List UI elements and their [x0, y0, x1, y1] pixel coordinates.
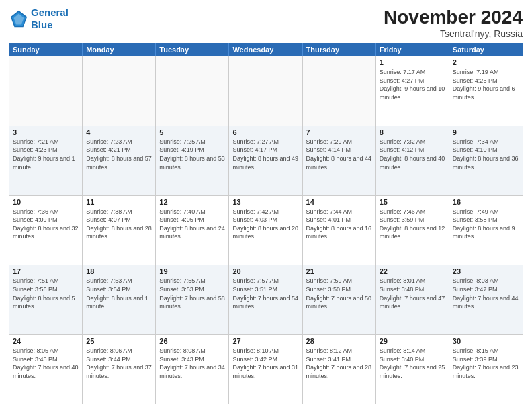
cal-cell-r3-c2: 19Sunrise: 7:55 AM Sunset: 3:53 PM Dayli… — [156, 265, 229, 334]
calendar-row-2: 10Sunrise: 7:36 AM Sunset: 4:09 PM Dayli… — [9, 196, 523, 266]
day-info: Sunrise: 7:32 AM Sunset: 4:12 PM Dayligh… — [380, 138, 445, 171]
day-number: 23 — [453, 267, 519, 275]
day-info: Sunrise: 7:46 AM Sunset: 3:59 PM Dayligh… — [380, 208, 445, 241]
logo-icon — [9, 9, 28, 28]
day-number: 17 — [13, 267, 79, 275]
header-sunday: Sunday — [9, 43, 83, 56]
cal-cell-r0-c2 — [156, 56, 229, 126]
day-info: Sunrise: 7:25 AM Sunset: 4:19 PM Dayligh… — [159, 138, 225, 171]
day-info: Sunrise: 7:21 AM Sunset: 4:23 PM Dayligh… — [13, 138, 79, 171]
day-number: 24 — [13, 337, 79, 345]
header: General Blue November 2024 Tsentral'nyy,… — [9, 7, 523, 39]
day-number: 5 — [159, 128, 225, 136]
cal-cell-r4-c1: 25Sunrise: 8:06 AM Sunset: 3:44 PM Dayli… — [83, 335, 156, 404]
cal-cell-r2-c6: 16Sunrise: 7:49 AM Sunset: 3:58 PM Dayli… — [449, 196, 523, 265]
cal-cell-r1-c1: 4Sunrise: 7:23 AM Sunset: 4:21 PM Daylig… — [83, 126, 156, 195]
cal-cell-r3-c3: 20Sunrise: 7:57 AM Sunset: 3:51 PM Dayli… — [229, 265, 302, 334]
day-info: Sunrise: 7:53 AM Sunset: 3:54 PM Dayligh… — [86, 277, 152, 310]
calendar-row-1: 3Sunrise: 7:21 AM Sunset: 4:23 PM Daylig… — [9, 126, 523, 196]
day-number: 11 — [86, 198, 152, 206]
page-subtitle: Tsentral'nyy, Russia — [384, 28, 523, 39]
cal-cell-r2-c3: 13Sunrise: 7:42 AM Sunset: 4:03 PM Dayli… — [229, 196, 302, 265]
cal-cell-r0-c5: 1Sunrise: 7:17 AM Sunset: 4:27 PM Daylig… — [376, 56, 449, 126]
cal-cell-r4-c5: 29Sunrise: 8:14 AM Sunset: 3:40 PM Dayli… — [376, 335, 449, 404]
day-number: 3 — [13, 128, 79, 136]
cal-cell-r1-c5: 8Sunrise: 7:32 AM Sunset: 4:12 PM Daylig… — [376, 126, 449, 195]
calendar-header: Sunday Monday Tuesday Wednesday Thursday… — [9, 43, 523, 56]
day-number: 4 — [86, 128, 152, 136]
day-info: Sunrise: 7:19 AM Sunset: 4:25 PM Dayligh… — [453, 68, 519, 101]
calendar-row-4: 24Sunrise: 8:05 AM Sunset: 3:45 PM Dayli… — [9, 335, 523, 404]
cal-cell-r1-c4: 7Sunrise: 7:29 AM Sunset: 4:14 PM Daylig… — [303, 126, 376, 195]
day-info: Sunrise: 8:03 AM Sunset: 3:47 PM Dayligh… — [453, 277, 519, 310]
day-number: 30 — [453, 337, 519, 345]
day-number: 2 — [453, 58, 519, 66]
day-number: 6 — [232, 128, 298, 136]
day-info: Sunrise: 7:17 AM Sunset: 4:27 PM Dayligh… — [380, 68, 445, 101]
page: General Blue November 2024 Tsentral'nyy,… — [0, 0, 532, 411]
cal-cell-r1-c2: 5Sunrise: 7:25 AM Sunset: 4:19 PM Daylig… — [156, 126, 229, 195]
cal-cell-r0-c1 — [83, 56, 156, 126]
cal-cell-r4-c6: 30Sunrise: 8:15 AM Sunset: 3:39 PM Dayli… — [449, 335, 523, 404]
header-thursday: Thursday — [303, 43, 376, 56]
day-number: 14 — [306, 198, 372, 206]
day-number: 9 — [453, 128, 519, 136]
calendar: Sunday Monday Tuesday Wednesday Thursday… — [9, 43, 523, 404]
cal-cell-r3-c1: 18Sunrise: 7:53 AM Sunset: 3:54 PM Dayli… — [83, 265, 156, 334]
cal-cell-r2-c2: 12Sunrise: 7:40 AM Sunset: 4:05 PM Dayli… — [156, 196, 229, 265]
day-number: 22 — [380, 267, 445, 275]
cal-cell-r0-c4 — [303, 56, 376, 126]
day-info: Sunrise: 8:14 AM Sunset: 3:40 PM Dayligh… — [380, 347, 445, 380]
calendar-row-3: 17Sunrise: 7:51 AM Sunset: 3:56 PM Dayli… — [9, 265, 523, 335]
day-info: Sunrise: 8:06 AM Sunset: 3:44 PM Dayligh… — [86, 347, 152, 380]
day-info: Sunrise: 7:29 AM Sunset: 4:14 PM Dayligh… — [306, 138, 372, 171]
cal-cell-r1-c6: 9Sunrise: 7:34 AM Sunset: 4:10 PM Daylig… — [449, 126, 523, 195]
cal-cell-r2-c5: 15Sunrise: 7:46 AM Sunset: 3:59 PM Dayli… — [376, 196, 449, 265]
day-number: 12 — [159, 198, 225, 206]
cal-cell-r4-c0: 24Sunrise: 8:05 AM Sunset: 3:45 PM Dayli… — [9, 335, 83, 404]
logo-line1: General — [31, 7, 69, 18]
day-number: 28 — [306, 337, 372, 345]
logo: General Blue — [9, 7, 69, 31]
day-info: Sunrise: 7:34 AM Sunset: 4:10 PM Dayligh… — [453, 138, 519, 171]
cal-cell-r1-c3: 6Sunrise: 7:27 AM Sunset: 4:17 PM Daylig… — [229, 126, 302, 195]
day-info: Sunrise: 8:15 AM Sunset: 3:39 PM Dayligh… — [453, 347, 519, 380]
logo-text: General Blue — [31, 7, 69, 31]
day-number: 15 — [380, 198, 445, 206]
day-info: Sunrise: 7:27 AM Sunset: 4:17 PM Dayligh… — [232, 138, 298, 171]
day-number: 19 — [159, 267, 225, 275]
day-info: Sunrise: 7:36 AM Sunset: 4:09 PM Dayligh… — [13, 208, 79, 241]
day-info: Sunrise: 7:23 AM Sunset: 4:21 PM Dayligh… — [86, 138, 152, 171]
day-info: Sunrise: 7:49 AM Sunset: 3:58 PM Dayligh… — [453, 208, 519, 241]
day-number: 16 — [453, 198, 519, 206]
day-number: 29 — [380, 337, 445, 345]
day-info: Sunrise: 7:42 AM Sunset: 4:03 PM Dayligh… — [232, 208, 298, 241]
day-number: 20 — [232, 267, 298, 275]
cal-cell-r0-c0 — [9, 56, 83, 126]
day-number: 7 — [306, 128, 372, 136]
cal-cell-r2-c4: 14Sunrise: 7:44 AM Sunset: 4:01 PM Dayli… — [303, 196, 376, 265]
day-number: 1 — [380, 58, 445, 66]
cal-cell-r0-c6: 2Sunrise: 7:19 AM Sunset: 4:25 PM Daylig… — [449, 56, 523, 126]
day-number: 21 — [306, 267, 372, 275]
header-saturday: Saturday — [449, 43, 523, 56]
header-friday: Friday — [376, 43, 449, 56]
day-info: Sunrise: 7:59 AM Sunset: 3:50 PM Dayligh… — [306, 277, 372, 310]
cal-cell-r3-c5: 22Sunrise: 8:01 AM Sunset: 3:48 PM Dayli… — [376, 265, 449, 334]
title-block: November 2024 Tsentral'nyy, Russia — [384, 7, 523, 39]
day-number: 8 — [380, 128, 445, 136]
day-number: 27 — [232, 337, 298, 345]
calendar-row-0: 1Sunrise: 7:17 AM Sunset: 4:27 PM Daylig… — [9, 56, 523, 126]
day-number: 26 — [159, 337, 225, 345]
day-number: 25 — [86, 337, 152, 345]
day-info: Sunrise: 7:57 AM Sunset: 3:51 PM Dayligh… — [232, 277, 298, 310]
day-info: Sunrise: 8:01 AM Sunset: 3:48 PM Dayligh… — [380, 277, 445, 310]
day-info: Sunrise: 8:05 AM Sunset: 3:45 PM Dayligh… — [13, 347, 79, 380]
header-monday: Monday — [83, 43, 156, 56]
cal-cell-r1-c0: 3Sunrise: 7:21 AM Sunset: 4:23 PM Daylig… — [9, 126, 83, 195]
day-number: 13 — [232, 198, 298, 206]
cal-cell-r3-c4: 21Sunrise: 7:59 AM Sunset: 3:50 PM Dayli… — [303, 265, 376, 334]
day-info: Sunrise: 7:38 AM Sunset: 4:07 PM Dayligh… — [86, 208, 152, 241]
cal-cell-r2-c0: 10Sunrise: 7:36 AM Sunset: 4:09 PM Dayli… — [9, 196, 83, 265]
cal-cell-r4-c2: 26Sunrise: 8:08 AM Sunset: 3:43 PM Dayli… — [156, 335, 229, 404]
